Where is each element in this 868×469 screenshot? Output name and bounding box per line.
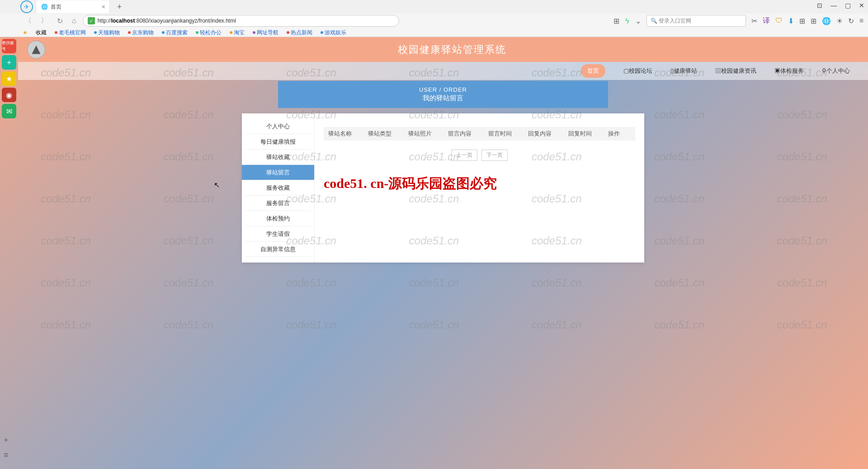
menu-station-fav[interactable]: 驿站收藏 <box>245 150 311 165</box>
bookmark-item[interactable]: 淘宝 <box>230 29 245 37</box>
nav-home[interactable]: 首页 <box>581 64 605 78</box>
banner-en: USER / ORDER <box>278 86 608 93</box>
browser-chrome: ✈ 🌐 首页 × + ⊡ — ▢ ✕ 〈 〉 ↻ ⌂ ✓ http://loca… <box>0 0 868 37</box>
search-icon: 🔍 <box>651 18 657 24</box>
nav-forum[interactable]: ▢校园论坛 <box>623 67 652 75</box>
bookmark-item[interactable]: 百度搜索 <box>162 29 188 37</box>
download-icon[interactable]: ⬇ <box>788 17 794 25</box>
browser-tab[interactable]: 🌐 首页 × <box>37 0 109 13</box>
bookmark-bar: ★ 收藏 老毛桃官网 天猫购物 京东购物 百度搜索 轻松办公 淘宝 网址导航 热… <box>0 28 868 37</box>
th-msgtime: 留言时间 <box>488 130 528 138</box>
rail-mail-icon[interactable]: ✉ <box>2 104 16 118</box>
nav-station[interactable]: ▯健康驿站 <box>670 67 697 75</box>
rail-add-icon[interactable]: + <box>4 436 9 445</box>
menu-exam-book[interactable]: 体检预约 <box>245 211 311 226</box>
menu-leave[interactable]: 学生请假 <box>245 226 311 242</box>
page-content: 校园健康驿站管理系统 首页 ▢校园论坛 ▯健康驿站 ▤校园健康资讯 ▣体检服务 … <box>18 37 868 469</box>
minimize-button[interactable]: — <box>830 2 837 9</box>
tab-strip: ✈ 🌐 首页 × + ⊡ — ▢ ✕ <box>0 0 868 14</box>
bookmark-item[interactable]: 游戏娱乐 <box>321 29 346 37</box>
favorites-star-icon[interactable]: ★ <box>23 29 28 36</box>
rail-list-icon[interactable]: ≡ <box>4 450 9 460</box>
menu-selftest[interactable]: 自测异常信息 <box>245 242 311 257</box>
nav-news[interactable]: ▤校园健康资讯 <box>715 67 756 75</box>
left-rail: 整供账号 ＋ ★ ◉ ✉ <box>0 37 18 118</box>
menu-station-msg[interactable]: 驿站留言 <box>242 165 314 180</box>
url-text: http://localhost:8080/xiaoyuanjiankangyz… <box>98 18 236 24</box>
reload-button[interactable]: ↻ <box>54 17 66 25</box>
back-button[interactable]: 〈 <box>22 16 34 26</box>
th-action: 操作 <box>608 130 631 138</box>
refresh-icon[interactable]: ↻ <box>848 17 854 25</box>
left-rail-bottom: + ≡ <box>4 436 9 460</box>
th-reply: 回复内容 <box>528 130 568 138</box>
window-controls: ⊡ — ▢ ✕ <box>817 2 864 9</box>
qr-icon[interactable]: ⊞ <box>613 17 619 25</box>
rail-star-icon[interactable]: ★ <box>2 71 16 86</box>
chevron-down-icon[interactable]: ⌄ <box>635 17 641 25</box>
side-menu: 个人中心 每日健康填报 驿站收藏 驿站留言 服务收藏 服务留言 体检预约 学生请… <box>242 113 314 263</box>
pager: 上一页 下一页 <box>324 150 635 161</box>
th-type: 驿站类型 <box>368 130 408 138</box>
rail-badge[interactable]: 整供账号 <box>2 39 16 53</box>
security-icon[interactable]: 🛡 <box>775 17 783 25</box>
shield-icon: ✓ <box>88 17 95 24</box>
content-main: 驿站名称 驿站类型 驿站照片 留言内容 留言时间 回复内容 回复时间 操作 上一… <box>314 113 644 263</box>
translate-icon[interactable]: 译 <box>763 16 770 26</box>
sun-icon[interactable]: ☀ <box>836 17 843 25</box>
window-extra-icon[interactable]: ⊡ <box>817 2 822 9</box>
bookmark-item[interactable]: 轻松办公 <box>196 29 222 37</box>
favorites-label: 收藏 <box>36 29 47 37</box>
th-name: 驿站名称 <box>328 130 368 138</box>
table-header-row: 驿站名称 驿站类型 驿站照片 留言内容 留言时间 回复内容 回复时间 操作 <box>324 127 635 141</box>
pinned-tab-icon[interactable]: ✈ <box>20 0 33 13</box>
rail-eye-icon[interactable]: ◉ <box>2 88 16 102</box>
bookmark-item[interactable]: 京东购物 <box>128 29 154 37</box>
search-placeholder: 登录入口官网 <box>659 17 691 25</box>
maximize-button[interactable]: ▢ <box>845 2 851 9</box>
nav-profile[interactable]: ⚲个人中心 <box>822 67 850 75</box>
apps-icon[interactable]: ⊞ <box>811 17 816 25</box>
th-replytime: 回复时间 <box>568 130 608 138</box>
next-page-button[interactable]: 下一页 <box>481 150 508 161</box>
menu-profile[interactable]: 个人中心 <box>245 119 311 134</box>
home-button[interactable]: ⌂ <box>69 17 79 25</box>
puzzle-icon[interactable]: ⊞ <box>799 17 805 25</box>
tab-close-icon[interactable]: × <box>102 3 105 10</box>
banner-cn: 我的驿站留言 <box>278 94 608 103</box>
th-photo: 驿站照片 <box>408 130 448 138</box>
scissors-icon[interactable]: ✂ <box>751 17 757 25</box>
menu-service-fav[interactable]: 服务收藏 <box>245 180 311 196</box>
bookmark-item[interactable]: 热点新闻 <box>287 29 312 37</box>
rail-plus-icon[interactable]: ＋ <box>2 55 16 70</box>
th-msg: 留言内容 <box>448 130 488 138</box>
watermark-warning: code51. cn-源码乐园盗图必究 <box>324 174 635 193</box>
menu-service-msg[interactable]: 服务留言 <box>245 196 311 211</box>
address-bar[interactable]: ✓ http://localhost:8080/xiaoyuanjiankang… <box>83 15 399 27</box>
nav-exam[interactable]: ▣体检服务 <box>774 67 804 75</box>
bookmark-item[interactable]: 天猫购物 <box>94 29 120 37</box>
globe-tool-icon[interactable]: 🌐 <box>822 17 831 25</box>
new-tab-button[interactable]: + <box>113 2 126 12</box>
site-title: 校园健康驿站管理系统 <box>398 43 506 56</box>
close-window-button[interactable]: ✕ <box>859 2 864 9</box>
tab-title: 首页 <box>51 3 61 11</box>
forward-button[interactable]: 〉 <box>38 16 51 26</box>
menu-daily-report[interactable]: 每日健康填报 <box>245 134 311 150</box>
bookmark-item[interactable]: 网址导航 <box>253 29 278 37</box>
content-card: 个人中心 每日健康填报 驿站收藏 驿站留言 服务收藏 服务留言 体检预约 学生请… <box>242 113 644 263</box>
address-row: 〈 〉 ↻ ⌂ ✓ http://localhost:8080/xiaoyuan… <box>0 14 868 28</box>
search-input[interactable]: 🔍 登录入口官网 <box>646 15 746 27</box>
bookmark-item[interactable]: 老毛桃官网 <box>55 29 86 37</box>
section-banner: USER / ORDER 我的驿站留言 <box>278 81 608 108</box>
main-nav: 首页 ▢校园论坛 ▯健康驿站 ▤校园健康资讯 ▣体检服务 ⚲个人中心 <box>18 62 868 80</box>
flash-icon[interactable]: ϟ <box>625 17 630 25</box>
globe-icon: 🌐 <box>41 4 48 10</box>
site-header: 校园健康驿站管理系统 <box>18 37 868 62</box>
avatar[interactable] <box>27 41 45 59</box>
menu-icon[interactable]: ≡ <box>859 17 863 25</box>
prev-page-button[interactable]: 上一页 <box>451 150 477 161</box>
